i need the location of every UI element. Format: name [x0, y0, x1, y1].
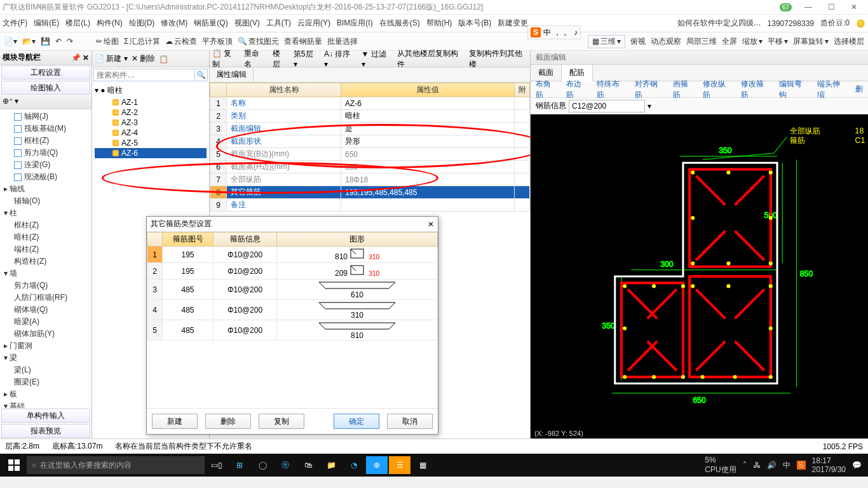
menu-draw[interactable]: 绘图(D) [129, 18, 155, 29]
dialog-close-icon[interactable]: ✕ [428, 220, 434, 229]
rename-button[interactable]: 重命名 [244, 48, 266, 70]
copy-to-floor-button[interactable]: 复制构件到其他楼 [469, 48, 527, 70]
zoom-button[interactable]: 缩放 ▾ [742, 36, 763, 47]
tray-notif-icon[interactable]: 💬 [852, 461, 862, 470]
tray-vol-icon[interactable]: 🔊 [767, 461, 776, 470]
menu-rebar[interactable]: 钢筋量(Q) [194, 18, 227, 29]
task-edge-icon[interactable]: ⓔ [275, 456, 296, 474]
minimize-button[interactable]: — [797, 3, 820, 11]
copy-button[interactable]: 📋 复制 [212, 48, 238, 70]
batch-select-button[interactable]: 批量选择 [327, 36, 358, 47]
delete-button[interactable]: 删 [855, 84, 863, 95]
menu-file[interactable]: 文件(F) [3, 18, 27, 29]
tray-sogou-icon[interactable]: S [797, 461, 806, 470]
nav-report-preview[interactable]: 报表预览 [1, 424, 90, 438]
menu-floor[interactable]: 楼层(L) [65, 18, 90, 29]
sort-button[interactable]: A↓ 排序 ▾ [324, 49, 355, 69]
prop-tab-edit[interactable]: 属性编辑 [210, 67, 254, 82]
menu-cloud[interactable]: 云应用(Y) [297, 18, 330, 29]
menu-component[interactable]: 构件(N) [97, 18, 123, 29]
open-file-icon[interactable]: 📂▾ [22, 37, 36, 46]
menu-version[interactable]: 版本号(B) [458, 18, 491, 29]
new-change-link[interactable]: 新建变更 [498, 18, 528, 29]
corner-bar-button[interactable]: 布角筋 [536, 79, 559, 100]
task-app-3[interactable]: ◔ [343, 456, 365, 474]
menu-bim[interactable]: BIM应用(I) [337, 18, 373, 29]
nav-tree[interactable]: 轴网(J) 筏板基础(M) 框柱(Z) 剪力墙(Q) 连梁(G) 现浇板(B) … [0, 109, 92, 408]
taskbar-search[interactable]: ○ 在这里输入你要搜索的内容 [27, 456, 205, 474]
section-canvas[interactable]: 全部纵筋 箍筋 18 C1 350 300 650 850 500 350 [531, 114, 868, 438]
floor-select[interactable]: 第5层 ▾ [294, 49, 318, 69]
dialog-ok-button[interactable]: 确定 [334, 414, 379, 429]
align-bar-button[interactable]: 对齐钢筋 [635, 79, 665, 100]
close-button[interactable]: ✕ [843, 3, 865, 11]
tray-clock[interactable]: 18:172017/9/30 [812, 456, 846, 474]
dialog-new-button[interactable]: 新建 [152, 414, 198, 429]
pan-button[interactable]: 平移 ▾ [768, 36, 788, 47]
task-app-2[interactable]: ◯ [252, 456, 273, 474]
redo-icon[interactable]: ↷ [67, 37, 73, 46]
rotate-screen-button[interactable]: 屏幕旋转 ▾ [793, 36, 829, 47]
sum-button[interactable]: Σ 汇总计算 [124, 36, 160, 47]
nav-draw-input[interactable]: 绘图输入 [1, 81, 90, 95]
component-search-input[interactable] [93, 69, 195, 81]
menu-view[interactable]: 视图(V) [234, 18, 260, 29]
rebar-info-input[interactable] [569, 100, 645, 112]
menu-modify[interactable]: 修改(M) [161, 18, 187, 29]
start-button[interactable] [3, 456, 25, 474]
tray-ime-icon[interactable]: 中 [783, 460, 790, 471]
tree-new-button[interactable]: 📄 新建 ▾ [95, 53, 128, 64]
end-extend-button[interactable]: 端头伸缩 [817, 79, 848, 100]
task-view-icon[interactable]: ▭▯ [206, 456, 227, 474]
task-app-6[interactable]: ▦ [412, 456, 433, 474]
undo-icon[interactable]: ↶ [55, 37, 62, 46]
help-tip-link[interactable]: 如何在软件中定义四级… [677, 18, 761, 29]
save-icon[interactable]: 💾 [41, 37, 50, 46]
draw-button[interactable]: ✏ 绘图 [96, 36, 119, 47]
dialog-grid[interactable]: 箍筋图号箍筋信息图形 1195Φ10@200810 310 2195Φ10@20… [147, 232, 438, 408]
view-rebar-button[interactable]: 查看钢筋量 [284, 36, 322, 47]
menu-online[interactable]: 在线服务(S) [379, 18, 420, 29]
pin-icon[interactable]: 📌 ✕ [71, 53, 89, 62]
tray-up-icon[interactable]: ˄ [743, 461, 747, 470]
dropdown-icon[interactable]: ▾ [648, 102, 651, 111]
select-floor-button[interactable]: 选择楼层 [834, 36, 864, 47]
special-bar-button[interactable]: 特殊布筋 [597, 79, 627, 100]
new-file-icon[interactable]: 📄▾ [4, 37, 17, 46]
tree-delete-button[interactable]: ✕ 删除 [132, 53, 155, 64]
view-3d-button[interactable]: ▦ 三维 ▾ [588, 35, 625, 48]
top-view-button[interactable]: 俯视 [630, 36, 646, 47]
local-3d-button[interactable]: 局部三维 [686, 36, 717, 47]
nav-project-settings[interactable]: 工程设置 [1, 65, 90, 79]
menu-tools[interactable]: 工具(T) [266, 18, 291, 29]
dialog-cancel-button[interactable]: 取消 [387, 414, 433, 429]
task-store-icon[interactable]: 🛍 [297, 456, 319, 474]
cloud-check-button[interactable]: ☁ 云检查 [165, 36, 197, 47]
orbit-button[interactable]: 动态观察 [651, 36, 681, 47]
task-app-5[interactable]: ☰ [389, 456, 410, 474]
nav-single-input[interactable]: 单构件输入 [1, 409, 90, 423]
tray-net-icon[interactable]: 🖧 [753, 461, 761, 470]
task-app-4[interactable]: ⊕ [366, 456, 388, 474]
find-element-button[interactable]: 🔍 查找图元 [238, 36, 279, 47]
menu-help[interactable]: 帮助(H) [426, 18, 452, 29]
edge-bar-button[interactable]: 布边筋 [566, 79, 589, 100]
user-phone[interactable]: 13907298339 [768, 19, 814, 28]
copy-from-floor-button[interactable]: 从其他楼层复制构件 [397, 48, 463, 70]
fullscreen-button[interactable]: 全屏 [722, 36, 737, 47]
maximize-button[interactable]: ☐ [820, 3, 843, 11]
task-app-1[interactable]: ⊞ [229, 456, 250, 474]
modify-stirrup-button[interactable]: 修改箍筋 [741, 79, 771, 100]
align-slab-button[interactable]: 平齐板顶 [202, 36, 233, 47]
modify-long-button[interactable]: 修改纵筋 [703, 79, 733, 100]
menu-edit[interactable]: 编辑(E) [34, 18, 59, 29]
dialog-delete-button[interactable]: 删除 [205, 414, 251, 429]
edit-hook-button[interactable]: 编辑弯钩 [779, 79, 810, 100]
task-folder-icon[interactable]: 📁 [320, 456, 342, 474]
draw-stirrup-button[interactable]: 画箍筋 [673, 79, 696, 100]
tree-copy-button[interactable]: 📋 [159, 55, 168, 64]
search-icon[interactable]: 🔍 [195, 69, 208, 81]
notification-badge[interactable]: 67 [780, 3, 792, 11]
filter-button[interactable]: ▼ 过滤 ▾ [362, 49, 391, 69]
dialog-copy-button[interactable]: 复制 [259, 414, 304, 429]
